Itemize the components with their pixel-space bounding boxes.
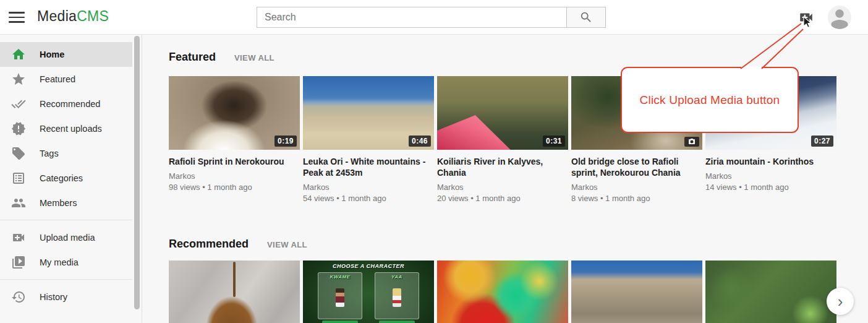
- media-card[interactable]: 0:27 Ziria mountain - Korinthos Markos 1…: [705, 76, 836, 204]
- media-title[interactable]: Ziria mountain - Korinthos: [705, 156, 836, 167]
- duration-badge: 0:27: [811, 136, 833, 147]
- media-title[interactable]: Old bridge close to Rafioli sprint, Nero…: [571, 156, 702, 178]
- selected-button: Selected: [322, 321, 358, 323]
- media-meta: 14 views • 1 month ago: [705, 182, 836, 193]
- media-meta: 54 views • 1 month ago: [303, 193, 434, 204]
- sidebar-item-categories[interactable]: Categories: [0, 166, 132, 191]
- search-icon: [579, 11, 593, 24]
- camera-icon: [687, 138, 696, 145]
- media-title[interactable]: Leuka Ori - White mountains - Peak at 24…: [303, 156, 434, 178]
- sidebar-item-label: Members: [40, 198, 77, 208]
- media-author[interactable]: Markos: [571, 182, 702, 193]
- sidebar-item-label: Tags: [40, 149, 59, 158]
- media-meta: 8 views • 1 month ago: [571, 193, 702, 204]
- sidebar-item-upload-media[interactable]: Upload media: [0, 225, 132, 250]
- sidebar-item-recent-uploads[interactable]: Recent uploads: [0, 116, 132, 141]
- character-panel: KWAME: [318, 272, 362, 319]
- sidebar-item-label: My media: [40, 257, 79, 267]
- featured-view-all-link[interactable]: VIEW ALL: [234, 53, 274, 62]
- search-input[interactable]: [257, 7, 567, 28]
- media-card[interactable]: 0:46 Leuka Ori - White mountains - Peak …: [303, 76, 434, 204]
- user-avatar[interactable]: [828, 6, 851, 29]
- star-icon: [11, 72, 26, 87]
- media-card[interactable]: CHOOSE A CHARACTER KWAME YAA Selected Se…: [303, 261, 434, 323]
- video-thumbnail[interactable]: [169, 261, 300, 323]
- sidebar: Home Featured Recommended Recent uploads…: [0, 35, 142, 323]
- media-card[interactable]: 0:31 Koiliaris River in Kalyves, Chania …: [437, 76, 568, 204]
- menu-icon[interactable]: [9, 10, 25, 25]
- media-card[interactable]: [571, 261, 702, 323]
- media-title[interactable]: Koiliaris River in Kalyves, Chania: [437, 156, 568, 178]
- upload-media-button[interactable]: [798, 9, 815, 25]
- media-author[interactable]: Markos: [169, 171, 300, 182]
- sidebar-item-label: Categories: [40, 173, 83, 183]
- media-meta: 98 views • 1 month ago: [169, 182, 300, 193]
- select-button: Select: [379, 321, 415, 323]
- camera-badge: [684, 137, 699, 147]
- duration-badge: 0:46: [409, 136, 431, 147]
- sidebar-item-home[interactable]: Home: [0, 42, 132, 67]
- search-button[interactable]: [567, 7, 606, 28]
- upload-media-icon: [798, 9, 815, 25]
- double-check-icon: [11, 97, 26, 111]
- next-arrow-button[interactable]: ›: [827, 288, 854, 315]
- logo-media: Media: [37, 8, 77, 24]
- recommended-section: Recommended VIEW ALL CHOOSE A CHARACTER …: [169, 238, 868, 323]
- character-sprite: [393, 288, 401, 307]
- duration-badge: 0:31: [543, 136, 565, 147]
- recommended-view-all-link[interactable]: VIEW ALL: [267, 240, 307, 249]
- media-title[interactable]: Rafioli Sprint in Nerokourou: [169, 156, 300, 167]
- video-thumbnail[interactable]: [437, 261, 568, 323]
- top-bar: MediaCMS: [0, 0, 868, 35]
- video-thumbnail[interactable]: 0:46: [303, 76, 434, 150]
- video-thumbnail[interactable]: CHOOSE A CHARACTER KWAME YAA Selected Se…: [303, 261, 434, 323]
- logo-cms: CMS: [77, 8, 109, 24]
- sidebar-item-label: Home: [40, 50, 64, 59]
- media-card[interactable]: [169, 261, 300, 323]
- history-icon: [11, 290, 26, 304]
- sidebar-item-recommended[interactable]: Recommended: [0, 92, 132, 116]
- person-icon: [828, 6, 851, 29]
- new-releases-icon: [11, 121, 26, 136]
- recommended-row: CHOOSE A CHARACTER KWAME YAA Selected Se…: [169, 261, 868, 323]
- search-bar: [257, 7, 606, 28]
- media-card[interactable]: [437, 261, 568, 323]
- featured-title: Featured: [169, 51, 216, 64]
- media-card[interactable]: 0:19 Rafioli Sprint in Nerokourou Markos…: [169, 76, 300, 204]
- recommended-title: Recommended: [169, 238, 249, 251]
- video-thumbnail[interactable]: 0:31: [437, 76, 568, 150]
- media-author[interactable]: Markos: [303, 182, 434, 193]
- sidebar-divider: [0, 220, 132, 220]
- sidebar-item-label: History: [40, 292, 67, 302]
- featured-row: 0:19 Rafioli Sprint in Nerokourou Markos…: [169, 76, 868, 204]
- image-thumbnail[interactable]: [571, 76, 702, 150]
- video-thumbnail[interactable]: 0:27: [705, 76, 836, 150]
- video-thumbnail[interactable]: [571, 261, 702, 323]
- tag-icon: [11, 146, 26, 161]
- character-panel: YAA: [375, 272, 419, 319]
- home-icon: [11, 47, 26, 62]
- media-meta: 20 views • 1 month ago: [437, 193, 568, 204]
- upload-media-icon: [11, 230, 26, 245]
- media-card[interactable]: Old bridge close to Rafioli sprint, Nero…: [571, 76, 702, 204]
- main-content: Featured VIEW ALL 0:19 Rafioli Sprint in…: [169, 35, 868, 323]
- video-thumbnail[interactable]: 0:19: [169, 76, 300, 150]
- sidebar-item-tags[interactable]: Tags: [0, 141, 132, 166]
- sidebar-item-label: Featured: [40, 74, 75, 84]
- media-card[interactable]: [705, 261, 836, 323]
- sidebar-item-members[interactable]: Members: [0, 191, 132, 215]
- sidebar-item-history[interactable]: History: [0, 285, 132, 309]
- sidebar-item-my-media[interactable]: My media: [0, 250, 132, 275]
- media-author[interactable]: Markos: [437, 182, 568, 193]
- sidebar-item-label: Recent uploads: [40, 124, 102, 134]
- sidebar-item-label: Upload media: [40, 233, 95, 243]
- sidebar-item-featured[interactable]: Featured: [0, 67, 132, 92]
- people-icon: [11, 196, 26, 210]
- app-logo[interactable]: MediaCMS: [37, 8, 109, 25]
- media-author[interactable]: Markos: [705, 171, 836, 182]
- sidebar-item-label: Recommended: [40, 99, 100, 109]
- duration-badge: 0:19: [274, 136, 297, 147]
- video-thumbnail[interactable]: [705, 261, 836, 323]
- thumbnail-text: CHOOSE A CHARACTER: [303, 263, 434, 269]
- sidebar-scrollbar[interactable]: [134, 36, 140, 309]
